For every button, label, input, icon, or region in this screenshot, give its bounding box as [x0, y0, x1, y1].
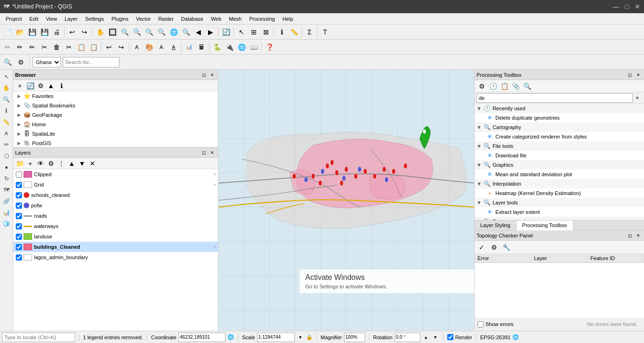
layer-check-clipped[interactable]: [15, 172, 23, 178]
label-tool2-button[interactable]: 🎨: [143, 41, 155, 53]
new-project-button[interactable]: 📄: [2, 26, 13, 38]
plugin-help-button[interactable]: 📖: [248, 41, 259, 53]
rotation-input[interactable]: [394, 333, 420, 342]
browser-collapse-button[interactable]: ▲: [46, 81, 56, 90]
cut-feature-button[interactable]: ✂: [63, 41, 75, 53]
layer-check-pofw[interactable]: [15, 203, 23, 209]
locator-input[interactable]: [2, 333, 75, 342]
plugin-manager-button[interactable]: 🔌: [224, 41, 235, 53]
strip-edit-button[interactable]: ✏: [1, 139, 12, 150]
browser-item-geopackage[interactable]: ▶ 📦 GeoPackage: [13, 110, 218, 120]
measure-button[interactable]: 📏: [288, 26, 300, 38]
menu-edit[interactable]: Edit: [25, 15, 42, 23]
install-plugin-button[interactable]: 🌐: [236, 41, 247, 53]
label-tool3-button[interactable]: A: [156, 41, 167, 53]
tab-processing-toolbox[interactable]: Processing Toolbox: [517, 220, 573, 230]
zoom-to-selection-button[interactable]: 🔍: [180, 26, 192, 38]
topo-validate-button[interactable]: ✓: [477, 242, 487, 253]
proc-results-button[interactable]: 📋: [499, 81, 510, 91]
proc-settings-button[interactable]: ⚙: [477, 81, 487, 91]
menu-mesh[interactable]: Mesh: [225, 15, 245, 23]
edit-redo-button[interactable]: ↪: [116, 41, 127, 53]
layers-down-button[interactable]: ▼: [77, 159, 87, 168]
delete-selected-button[interactable]: 🗑: [51, 41, 62, 53]
topo-table[interactable]: Error Layer Feature ID: [475, 254, 644, 318]
topo-wrench-button[interactable]: 🔧: [501, 242, 511, 253]
strip-annotate-button[interactable]: A: [1, 128, 12, 139]
layers-close-button[interactable]: ✕: [209, 149, 216, 156]
render-check[interactable]: [447, 334, 453, 340]
proc-history-button[interactable]: 🕐: [488, 81, 498, 91]
strip-pan-button[interactable]: ✋: [1, 83, 12, 93]
browser-close-button[interactable]: ✕: [209, 71, 216, 79]
proc-item-download[interactable]: ✳ Download file: [475, 151, 644, 160]
add-feature-button[interactable]: ✏: [26, 41, 38, 53]
undo-button[interactable]: ↩: [67, 26, 78, 38]
tab-layer-styling[interactable]: Layer Styling: [475, 220, 517, 230]
edit-undo-button[interactable]: ↩: [103, 41, 115, 53]
layers-up-button[interactable]: ▲: [67, 159, 76, 168]
layer-check-schools[interactable]: [15, 192, 23, 198]
layer-item-pofw[interactable]: pofw: [13, 200, 218, 211]
layers-add-button[interactable]: +: [25, 159, 35, 168]
menu-processing[interactable]: Processing: [245, 15, 278, 23]
browser-item-spatialite[interactable]: ▶ 🗄 SpatiaLite: [13, 129, 218, 139]
zoom-last-button[interactable]: ◀: [192, 26, 204, 38]
proc-section-carto[interactable]: ▼ 🔍 Cartography: [475, 122, 644, 132]
epsg-item[interactable]: EPSG:26391 🌐: [480, 334, 519, 340]
save-as-button[interactable]: 💾: [39, 26, 50, 38]
proc-clear-button[interactable]: ✕: [633, 93, 642, 103]
magnifier-input[interactable]: [344, 333, 365, 342]
print-button[interactable]: 🖨: [51, 26, 62, 38]
proc-close-button[interactable]: ✕: [635, 71, 642, 79]
browser-item-home[interactable]: ▶ 🏠 Home: [13, 120, 218, 129]
proc-item-carto-renderer[interactable]: ✳ Create categorized renderer from style…: [475, 132, 644, 141]
topo-close-button[interactable]: ✕: [635, 232, 642, 239]
topo-settings-button[interactable]: ⚙: [489, 242, 499, 253]
proc-float-button[interactable]: ◱: [626, 71, 634, 79]
zoom-out-button[interactable]: 🔍: [131, 26, 142, 38]
menu-help[interactable]: Help: [279, 15, 297, 23]
menu-plugins[interactable]: Plugins: [108, 15, 132, 23]
layer-item-roads[interactable]: roads: [13, 211, 218, 221]
window-controls[interactable]: — □ ✕: [613, 3, 640, 10]
pan-button[interactable]: ✋: [94, 26, 106, 38]
paste-feature-button[interactable]: 📋: [88, 41, 99, 53]
refresh-button[interactable]: 🔄: [220, 26, 232, 38]
scale-dropdown[interactable]: ▼: [297, 334, 304, 341]
browser-add-button[interactable]: +: [15, 81, 25, 90]
zoom-to-layer-button[interactable]: 🔍: [156, 26, 167, 38]
menu-settings[interactable]: Settings: [81, 15, 108, 23]
map-canvas[interactable]: Activate Windows Go to Settings to activ…: [218, 70, 474, 331]
proc-item-delete-dup[interactable]: ✳ Delete duplicate geometries: [475, 113, 644, 122]
identify-button[interactable]: ℹ: [276, 26, 287, 38]
help-button[interactable]: ❓: [264, 41, 275, 53]
proc-section-recent[interactable]: ▼ 🕐 Recently used: [475, 104, 644, 113]
select-all-button[interactable]: ⊞: [248, 26, 259, 38]
proc-item-extract-extent[interactable]: ✳ Extract layer extent: [475, 207, 644, 217]
proc-section-raster[interactable]: ▼ 🔍 Raster analysis: [475, 217, 644, 220]
layer-item-waterways[interactable]: waterways: [13, 221, 218, 231]
locator-settings-button[interactable]: ⚙: [15, 57, 26, 68]
maximize-button[interactable]: □: [625, 3, 629, 10]
pan-to-selection-button[interactable]: 🔲: [107, 26, 118, 38]
proc-section-graphics[interactable]: ▼ 🔍 Graphics: [475, 160, 644, 170]
layers-visibility-button[interactable]: 👁: [36, 159, 45, 168]
browser-item-postgis[interactable]: ▶ 🐘 PostGIS: [13, 139, 218, 147]
proc-section-interp[interactable]: ▼ 🔍 Interpolation: [475, 179, 644, 188]
layer-item-landuse[interactable]: landuse: [13, 231, 218, 242]
label-tool-button[interactable]: A: [131, 41, 142, 53]
layer-item-buildings[interactable]: buildings_Cleaned ≡: [13, 242, 218, 252]
strip-measure-button[interactable]: 📏: [1, 117, 12, 127]
coordinate-input[interactable]: [178, 333, 226, 342]
layer-check-admin[interactable]: [15, 254, 23, 261]
field-calc-button[interactable]: 🖩: [196, 41, 207, 53]
move-feature-button[interactable]: ✂: [39, 41, 50, 53]
layer-check-buildings[interactable]: [15, 244, 23, 250]
menu-web[interactable]: Web: [207, 15, 225, 23]
minimize-button[interactable]: —: [613, 3, 619, 10]
edit-node-button[interactable]: ✏: [14, 41, 25, 53]
menu-raster[interactable]: Raster: [154, 15, 177, 23]
layers-more-button[interactable]: ⋮: [57, 159, 66, 168]
menu-vector[interactable]: Vector: [132, 15, 154, 23]
